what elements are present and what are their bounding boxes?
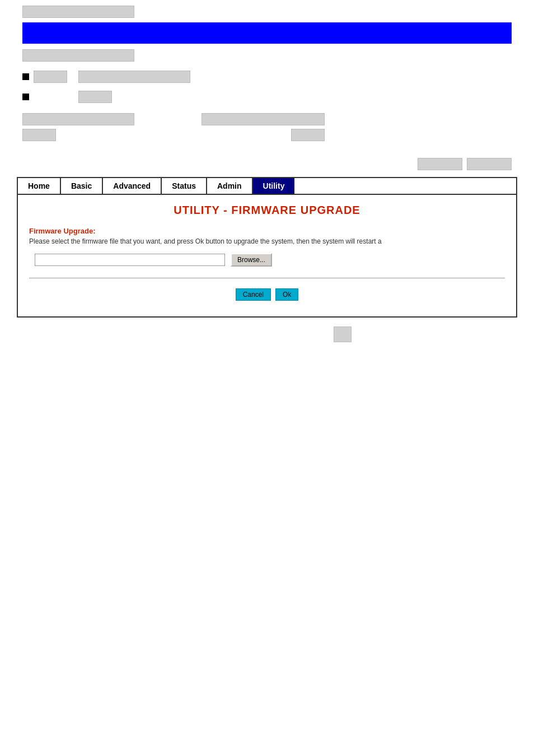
input-small-1[interactable] [34, 71, 67, 83]
gray-bar-3 [22, 113, 134, 125]
file-input[interactable] [35, 254, 225, 266]
top-right-button-1[interactable] [418, 158, 462, 170]
nav-home[interactable]: Home [18, 178, 61, 194]
section-title: Firmware Upgrade: [29, 227, 505, 235]
small-button-1[interactable] [22, 129, 56, 141]
main-content: UTILITY - FIRMWARE UPGRADE Firmware Upgr… [17, 195, 517, 318]
file-upload-row: Browse... [29, 253, 505, 267]
ok-button[interactable]: Ok [275, 288, 298, 301]
divider [29, 278, 505, 278]
top-gray-bar-1 [22, 6, 134, 18]
nav-advanced[interactable]: Advanced [103, 178, 162, 194]
nav-utility[interactable]: Utility [253, 178, 295, 194]
nav-admin[interactable]: Admin [207, 178, 253, 194]
input-small-3[interactable] [291, 129, 325, 141]
bullet-2 [22, 94, 29, 100]
blue-banner [22, 22, 512, 44]
input-wide-2[interactable] [202, 113, 325, 125]
form-row-2 [22, 91, 190, 103]
browse-button[interactable]: Browse... [231, 253, 272, 267]
bullet-1 [22, 73, 29, 80]
nav-basic[interactable]: Basic [61, 178, 103, 194]
bottom-small-square [334, 326, 352, 342]
form-row-1 [22, 71, 190, 83]
input-small-2[interactable] [78, 91, 112, 103]
top-right-button-2[interactable] [467, 158, 512, 170]
page-title: UTILITY - FIRMWARE UPGRADE [29, 204, 505, 217]
action-row: Cancel Ok [29, 284, 505, 305]
cancel-button[interactable]: Cancel [236, 288, 271, 301]
input-wide-1[interactable] [78, 71, 190, 83]
nav-status[interactable]: Status [162, 178, 207, 194]
top-gray-bar-2 [22, 49, 134, 62]
nav-bar: Home Basic Advanced Status Admin Utility [17, 177, 517, 195]
section-desc: Please select the firmware file that you… [29, 237, 505, 245]
